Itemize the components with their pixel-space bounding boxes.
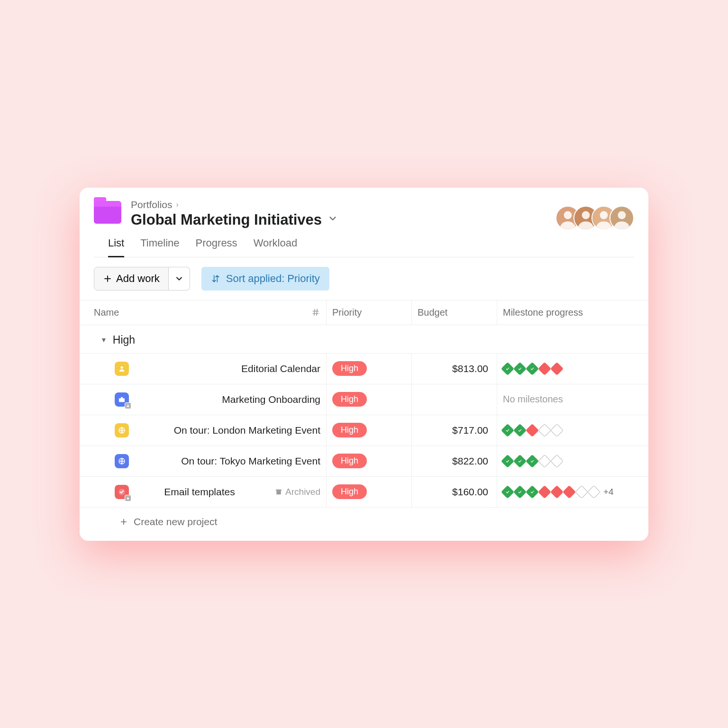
header: Portfolios › Global Marketing Initiative… [80, 188, 648, 257]
create-project-label: Create new project [134, 516, 217, 528]
priority-pill: High [332, 361, 367, 376]
cell-budget[interactable]: $822.00 [411, 446, 497, 476]
table-row[interactable]: On tour: London Marketing EventHigh$717.… [80, 415, 648, 446]
cell-budget[interactable]: $717.00 [411, 415, 497, 446]
lock-icon [125, 402, 131, 409]
priority-pill: High [332, 423, 367, 437]
chevron-down-icon [174, 274, 184, 283]
col-milestones-header[interactable]: Milestone progress [497, 300, 648, 325]
milestone-red-icon [526, 423, 539, 437]
project-name[interactable]: On tour: Tokyo Marketing Event [181, 455, 320, 467]
project-name[interactable]: On tour: London Marketing Event [174, 425, 320, 436]
sort-label: Sort applied: Priority [226, 273, 320, 285]
tab-list[interactable]: List [108, 237, 124, 257]
page-title[interactable]: Global Marketing Initiatives [131, 211, 322, 228]
sort-icon [211, 274, 220, 283]
cell-priority[interactable]: High [326, 477, 411, 507]
milestone-green-icon [526, 485, 539, 498]
milestone-open-icon [575, 485, 588, 498]
chevron-right-icon: › [176, 200, 179, 209]
svg-point-1 [564, 211, 572, 219]
member-avatars[interactable] [555, 206, 634, 230]
milestone-red-icon [563, 485, 576, 498]
svg-point-7 [618, 211, 626, 219]
milestone-red-icon [550, 485, 564, 498]
table-row[interactable]: Marketing OnboardingHighNo milestones [80, 384, 648, 415]
hash-icon [311, 308, 320, 317]
milestone-open-icon [550, 423, 564, 437]
sort-chip[interactable]: Sort applied: Priority [201, 267, 329, 291]
milestone-green-icon [501, 362, 514, 375]
user-icon [115, 362, 129, 376]
svg-rect-14 [127, 498, 129, 499]
svg-point-5 [600, 211, 608, 219]
breadcrumb-root[interactable]: Portfolios [131, 199, 173, 210]
plus-icon [103, 274, 112, 283]
table-row[interactable]: Email templatesArchivedHigh$160.00+4 [80, 476, 648, 507]
project-name[interactable]: Email templates [164, 486, 235, 498]
cell-name: Marketing Onboarding [80, 384, 326, 415]
tab-timeline[interactable]: Timeline [140, 237, 179, 257]
cell-milestones[interactable]: +4 [497, 477, 648, 507]
milestone-open-icon [538, 454, 551, 467]
toolbar: Add work Sort applied: Priority [80, 257, 648, 300]
cell-name: Email templatesArchived [80, 477, 326, 507]
project-name[interactable]: Editorial Calendar [241, 363, 320, 374]
cell-name: Editorial Calendar [80, 354, 326, 384]
add-work-dropdown[interactable] [169, 267, 190, 291]
cell-milestones[interactable]: No milestones [497, 384, 648, 415]
cell-name: On tour: London Marketing Event [80, 415, 326, 446]
add-work-label: Add work [116, 273, 160, 285]
cell-milestones[interactable] [497, 354, 648, 384]
collapse-icon[interactable]: ▼ [100, 336, 107, 344]
project-name[interactable]: Marketing Onboarding [222, 394, 320, 405]
table-header: Name Priority Budget Milestone progress [80, 300, 648, 325]
briefcase-icon [115, 392, 129, 407]
milestone-green-icon [526, 362, 539, 375]
chevron-down-icon[interactable] [328, 213, 338, 226]
milestone-more[interactable]: +4 [603, 487, 614, 497]
col-name-header[interactable]: Name [80, 300, 326, 325]
svg-point-3 [582, 211, 590, 219]
cell-priority[interactable]: High [326, 415, 411, 446]
cell-priority[interactable]: High [326, 384, 411, 415]
col-budget-header[interactable]: Budget [411, 300, 497, 325]
tab-progress[interactable]: Progress [196, 237, 237, 257]
milestone-green-icon [513, 485, 527, 498]
col-priority-header[interactable]: Priority [326, 300, 411, 325]
tabs: ListTimelineProgressWorkload [94, 228, 634, 257]
tab-workload[interactable]: Workload [254, 237, 298, 257]
group-label: High [113, 334, 135, 346]
priority-pill: High [332, 454, 367, 468]
milestone-green-icon [501, 485, 514, 498]
cell-budget[interactable]: $813.00 [411, 354, 497, 384]
no-milestones-label: No milestones [503, 394, 563, 405]
milestone-open-icon [538, 423, 551, 437]
add-work-button[interactable]: Add work [94, 267, 169, 291]
svg-rect-15 [276, 489, 282, 491]
group-header[interactable]: ▼ High [80, 325, 648, 353]
cell-name: On tour: Tokyo Marketing Event [80, 446, 326, 476]
priority-pill: High [332, 392, 367, 407]
plus-icon [119, 518, 128, 526]
check-icon [115, 485, 129, 499]
cell-milestones[interactable] [497, 446, 648, 476]
table-row[interactable]: Editorial CalendarHigh$813.00 [80, 353, 648, 384]
priority-pill: High [332, 484, 367, 499]
cell-priority[interactable]: High [326, 354, 411, 384]
table-row[interactable]: On tour: Tokyo Marketing EventHigh$822.0… [80, 446, 648, 476]
cell-milestones[interactable] [497, 415, 648, 446]
milestone-red-icon [538, 362, 551, 375]
milestone-red-icon [550, 362, 564, 375]
cell-priority[interactable]: High [326, 446, 411, 476]
svg-point-8 [120, 366, 123, 368]
portfolio-card: Portfolios › Global Marketing Initiative… [80, 188, 648, 541]
svg-rect-10 [127, 405, 129, 407]
globe-icon [115, 423, 129, 437]
milestone-green-icon [526, 454, 539, 467]
avatar[interactable] [610, 206, 634, 230]
create-project-button[interactable]: Create new project [80, 507, 648, 541]
archived-badge: Archived [275, 487, 320, 497]
cell-budget[interactable] [411, 384, 497, 415]
cell-budget[interactable]: $160.00 [411, 477, 497, 507]
